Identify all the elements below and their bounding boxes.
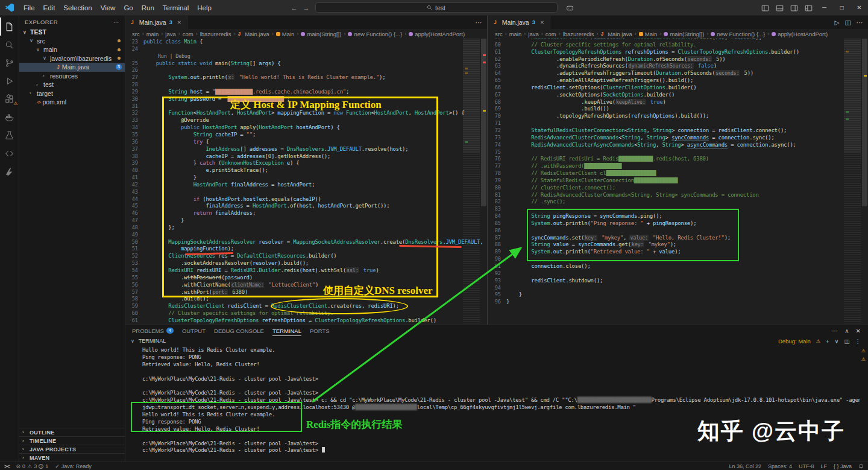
tab-main-java-right[interactable]: J Main.java 3 ✕ xyxy=(488,16,550,29)
line-number[interactable]: 73 xyxy=(488,135,506,142)
editor-more-actions-icon[interactable]: ⋯ xyxy=(857,19,863,26)
bell-icon[interactable] xyxy=(858,463,864,469)
code-line[interactable]: 30 String password = "██████████████████… xyxy=(125,96,487,103)
menu-file[interactable]: File xyxy=(19,4,39,11)
run-and-debug-icon[interactable] xyxy=(0,72,19,90)
section-outline[interactable]: ›OUTLINE xyxy=(19,428,125,436)
code-line[interactable]: 59 RedisClusterClient redisClient = Redi… xyxy=(125,303,487,310)
menu-edit[interactable]: Edit xyxy=(39,4,60,11)
code-line[interactable]: 37 InetAddress[] addresses = DnsResolver… xyxy=(125,146,487,153)
code-line[interactable]: 25 public static void main(String[] args… xyxy=(125,60,487,68)
remote-icon[interactable] xyxy=(0,144,19,162)
breadcrumb-item[interactable]: Main xyxy=(639,31,658,37)
line-number[interactable]: 59 xyxy=(125,303,143,310)
line-number[interactable]: 29 xyxy=(125,89,143,96)
extensions-icon[interactable]: ⚠ xyxy=(0,90,19,108)
nav-back-icon[interactable]: ← xyxy=(291,4,298,11)
toggle-panel-icon[interactable] xyxy=(772,2,787,13)
line-number[interactable]: 77 xyxy=(488,163,506,170)
scrollbar[interactable] xyxy=(861,39,868,325)
line-number[interactable]: 65 xyxy=(488,77,506,84)
breadcrumb-item[interactable]: java xyxy=(165,31,175,37)
code-line[interactable]: 75 xyxy=(488,149,868,156)
status-item-utf-8[interactable]: UTF-8 xyxy=(799,463,814,469)
code-line[interactable]: 76 // RedisURI redisUri = Redis█████████… xyxy=(488,156,868,163)
tree-item-java-com-lbazureredis[interactable]: ∨java\com\lbazureredis xyxy=(19,54,125,63)
breadcrumb-item[interactable]: JMain.java xyxy=(237,31,269,37)
azure-icon[interactable] xyxy=(0,162,19,180)
breadcrumb-item[interactable]: com xyxy=(546,31,556,37)
code-line[interactable]: 32 Function<HostAndPort, HostAndPort> ma… xyxy=(125,110,487,117)
maximize-button[interactable]: □ xyxy=(833,0,851,16)
line-number[interactable]: 31 xyxy=(125,103,143,110)
code-line[interactable]: 79 // StatefulRedisClusterConnection████… xyxy=(488,177,868,185)
code-line[interactable]: 60 // Cluster specific settings for opti… xyxy=(488,42,868,49)
code-line[interactable]: 26 xyxy=(125,67,487,74)
code-line[interactable]: 92 xyxy=(488,270,868,278)
line-number[interactable]: 52 xyxy=(125,253,143,260)
tree-item-test[interactable]: ∨TEST xyxy=(19,28,125,37)
line-number[interactable]: 68 xyxy=(488,99,506,106)
line-number[interactable]: 42 xyxy=(125,182,143,189)
line-number[interactable]: 23 xyxy=(125,39,143,46)
breadcrumb-item[interactable]: new Function() {...} xyxy=(348,31,402,37)
panel-tab-ports[interactable]: PORTS xyxy=(310,325,330,336)
line-number[interactable]: 56 xyxy=(125,282,143,289)
code-line[interactable]: 33 @Override xyxy=(125,117,487,124)
terminal-dropdown-icon[interactable]: ∨ xyxy=(835,338,839,345)
line-number[interactable]: 86 xyxy=(488,227,506,235)
breadcrumb-item[interactable]: Main xyxy=(276,31,295,37)
line-number[interactable]: 85 xyxy=(488,220,506,227)
split-terminal-icon[interactable]: ◫ xyxy=(844,338,850,345)
code-line[interactable]: 88 String value = syncCommands.get(key: … xyxy=(488,241,868,249)
code-line[interactable]: 29 String host = "████████████.redis.cac… xyxy=(125,89,487,96)
line-number[interactable]: 93 xyxy=(488,278,506,285)
breadcrumb-item[interactable]: src xyxy=(495,31,503,37)
code-line[interactable]: 95 } xyxy=(488,291,868,299)
tab-close-icon[interactable]: ✕ xyxy=(540,19,544,25)
line-number[interactable]: 88 xyxy=(488,241,506,249)
line-number[interactable]: 67 xyxy=(488,92,506,99)
code-line[interactable]: 66 redisClient.setOptions(ClusterClientO… xyxy=(488,84,868,92)
code-line[interactable]: 93 redisClient.shutdown(); xyxy=(488,278,868,285)
line-number[interactable]: 60 xyxy=(488,42,506,49)
line-number[interactable]: 46 xyxy=(125,210,143,217)
explorer-more-actions-icon[interactable]: ⋯ xyxy=(113,19,119,25)
breadcrumb-item[interactable]: main(String[]) xyxy=(301,31,341,37)
breadcrumb-item[interactable]: main xyxy=(146,31,159,37)
breadcrumb-item[interactable]: lbazureredis xyxy=(200,31,231,37)
line-number[interactable]: 78 xyxy=(488,170,506,177)
code-line[interactable]: 44 if (hostAndPort.hostText.equals(cache… xyxy=(125,196,487,203)
line-number[interactable]: 79 xyxy=(488,177,506,185)
close-button[interactable]: ✕ xyxy=(851,0,868,16)
panel-tab-debug-console[interactable]: DEBUG CONSOLE xyxy=(214,325,264,336)
code-line[interactable]: 86 xyxy=(488,227,868,235)
code-line[interactable]: 45 finalAddress = HostAndPort.of(host, h… xyxy=(125,203,487,210)
chevron-down-icon[interactable]: ∨ xyxy=(131,338,134,344)
breadcrumb-item[interactable]: java xyxy=(528,31,538,37)
line-number[interactable]: 28 xyxy=(125,81,143,89)
line-number[interactable]: 26 xyxy=(125,67,143,74)
line-number[interactable]: 49 xyxy=(125,232,143,239)
line-number[interactable]: 61 xyxy=(488,49,506,56)
code-line[interactable]: 72 StatefulRedisClusterConnection<String… xyxy=(488,127,868,135)
line-number[interactable]: 90 xyxy=(488,256,506,263)
section-java-projects[interactable]: ›JAVA PROJECTS xyxy=(19,445,125,453)
code-line[interactable]: 68 .keepAlive(keepAlive: true) xyxy=(488,99,868,106)
tree-item-pom-xml[interactable]: </>pom.xml xyxy=(19,98,125,107)
line-number[interactable]: 60 xyxy=(125,310,143,317)
code-line[interactable]: 82 // .sync(); xyxy=(488,198,868,206)
line-number[interactable]: 58 xyxy=(125,296,143,303)
line-number[interactable]: 76 xyxy=(488,156,506,163)
tree-item-src[interactable]: ∨src xyxy=(19,37,125,46)
code-editor-left[interactable]: 23public class Main {24Run | Debug25 pub… xyxy=(125,39,487,325)
tree-item-target[interactable]: ›target xyxy=(19,89,125,98)
run-java-icon[interactable]: ▷ xyxy=(835,19,840,26)
editor-more-actions-icon[interactable]: ⋯ xyxy=(476,19,482,26)
line-number[interactable]: 75 xyxy=(488,149,506,156)
code-line[interactable]: 49 xyxy=(125,232,487,239)
explorer-icon[interactable] xyxy=(0,17,19,36)
code-line[interactable]: 89 System.out.println("Retrieved value: … xyxy=(488,249,868,256)
tree-item-test[interactable]: ›test xyxy=(19,80,125,89)
code-line[interactable]: 48 }; xyxy=(125,224,487,232)
